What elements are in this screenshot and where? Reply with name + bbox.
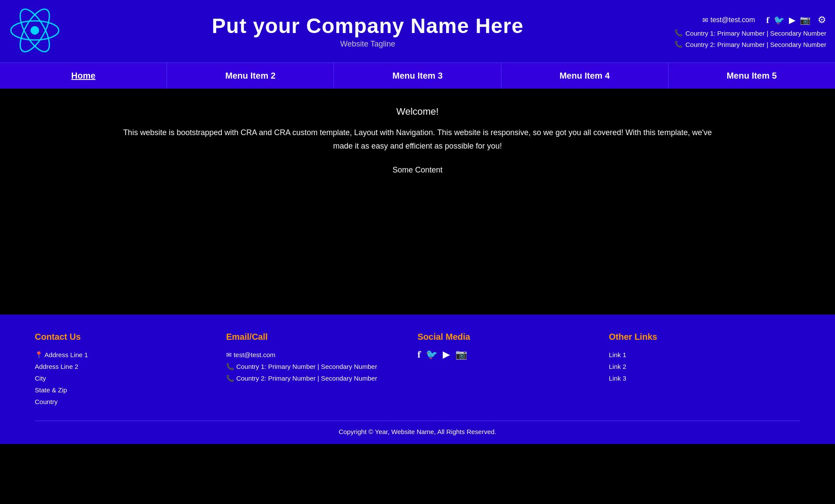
- company-name: Put your Company Name Here: [61, 14, 675, 38]
- footer-facebook-icon[interactable]: 𝐟: [418, 349, 421, 360]
- footer-call-phone1: 📞 Country 1: Primary Number | Secondary …: [226, 361, 418, 372]
- settings-icon[interactable]: ⚙: [818, 14, 826, 26]
- footer-copyright: Copyright © Year, Website Name, All Righ…: [35, 421, 800, 435]
- footer-state-zip: State & Zip: [35, 384, 226, 396]
- main-description: This website is bootstrapped with CRA an…: [113, 126, 722, 153]
- phone1-icon: 📞: [675, 29, 683, 37]
- footer-email: ✉ test@test.com: [226, 349, 418, 361]
- footer-social-media: Social Media 𝐟 🐦 ▶ 📷: [418, 332, 609, 408]
- header-social-icons: 𝐟 🐦 ▶ 📷: [766, 15, 811, 25]
- header-email: ✉ test@test.com: [702, 16, 755, 24]
- footer-youtube-icon[interactable]: ▶: [443, 349, 450, 360]
- footer-address2: Address Line 2: [35, 361, 226, 372]
- footer-link-3[interactable]: Link 3: [609, 372, 800, 384]
- welcome-heading: Welcome!: [26, 106, 809, 117]
- youtube-icon[interactable]: ▶: [789, 15, 795, 25]
- map-pin-icon: 📍: [35, 351, 43, 358]
- footer-email-call: Email/Call ✉ test@test.com 📞 Country 1: …: [226, 332, 418, 408]
- email-icon: ✉: [702, 16, 708, 24]
- logo: [9, 4, 61, 58]
- footer-link-1[interactable]: Link 1: [609, 349, 800, 361]
- header-center: Put your Company Name Here Website Tagli…: [61, 14, 675, 49]
- footer-instagram-icon[interactable]: 📷: [455, 349, 467, 360]
- footer-other-links: Other Links Link 1 Link 2 Link 3: [609, 332, 800, 408]
- navbar: Home Menu Item 2 Menu Item 3 Menu Item 4…: [0, 63, 835, 89]
- nav-item-4[interactable]: Menu Item 4: [501, 63, 668, 89]
- footer-social-icons: 𝐟 🐦 ▶ 📷: [418, 349, 609, 360]
- footer-city: City: [35, 372, 226, 384]
- footer-country: Country: [35, 396, 226, 408]
- main-content: Welcome! This website is bootstrapped wi…: [0, 89, 835, 315]
- footer-link-2[interactable]: Link 2: [609, 361, 800, 372]
- footer-contact-us: Contact Us 📍 Address Line 1 Address Line…: [35, 332, 226, 408]
- footer-address1: 📍 Address Line 1: [35, 349, 226, 361]
- header-phone2: 📞 Country 2: Primary Number | Secondary …: [675, 40, 826, 48]
- svg-point-3: [30, 26, 39, 35]
- facebook-icon[interactable]: 𝐟: [766, 15, 769, 25]
- header-right: ✉ test@test.com 𝐟 🐦 ▶ 📷 ⚙ 📞 Country 1: P…: [675, 14, 826, 48]
- nav-item-5[interactable]: Menu Item 5: [668, 63, 835, 89]
- nav-home[interactable]: Home: [0, 63, 167, 89]
- header-phone1: 📞 Country 1: Primary Number | Secondary …: [675, 29, 826, 37]
- footer-call-phone2: 📞 Country 2: Primary Number | Secondary …: [226, 372, 418, 384]
- email-call-title: Email/Call: [226, 332, 418, 342]
- footer-columns: Contact Us 📍 Address Line 1 Address Line…: [35, 332, 800, 408]
- some-content: Some Content: [26, 166, 809, 175]
- nav-item-2[interactable]: Menu Item 2: [167, 63, 334, 89]
- footer-email-icon: ✉: [226, 351, 232, 358]
- footer: Contact Us 📍 Address Line 1 Address Line…: [0, 315, 835, 444]
- contact-us-title: Contact Us: [35, 332, 226, 342]
- instagram-icon[interactable]: 📷: [800, 15, 811, 25]
- footer-phone2-icon: 📞: [226, 375, 234, 382]
- twitter-icon[interactable]: 🐦: [774, 15, 785, 25]
- footer-twitter-icon[interactable]: 🐦: [426, 349, 438, 360]
- tagline: Website Tagline: [61, 40, 675, 49]
- phone2-icon: 📞: [675, 40, 683, 48]
- nav-item-3[interactable]: Menu Item 3: [334, 63, 501, 89]
- other-links-title: Other Links: [609, 332, 800, 342]
- footer-phone1-icon: 📞: [226, 363, 234, 370]
- social-media-title: Social Media: [418, 332, 609, 342]
- header: Put your Company Name Here Website Tagli…: [0, 0, 835, 63]
